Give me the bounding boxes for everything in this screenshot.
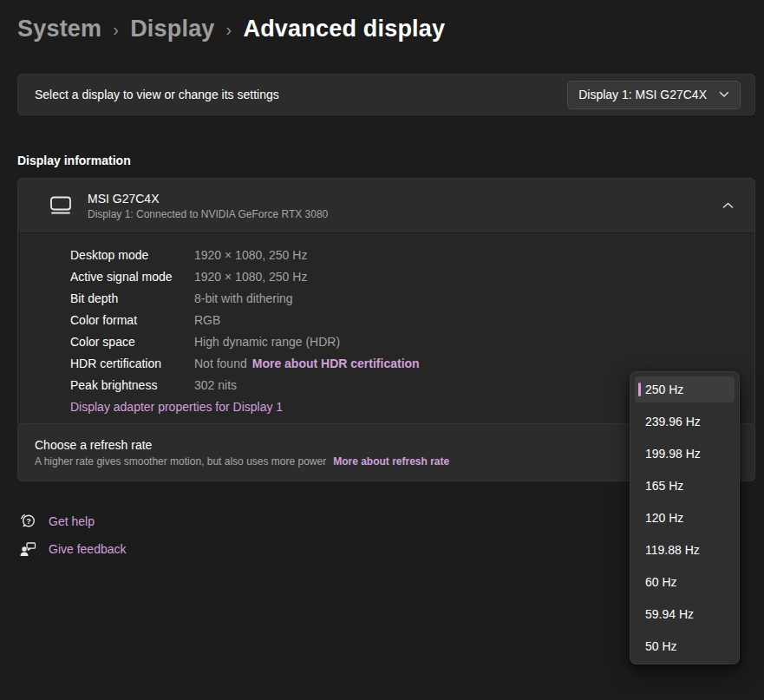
info-label: Desktop mode [70,248,194,262]
info-label: Bit depth [70,291,194,305]
display-select-dropdown[interactable]: Display 1: MSI G27C4X [567,81,741,109]
info-label: Color space [70,335,194,349]
option-label: 239.96 Hz [645,415,701,429]
option-label: 50 Hz [645,639,677,653]
option-label: 119.88 Hz [645,543,700,557]
get-help-row: ? Get help [19,508,95,534]
breadcrumb-system[interactable]: System [17,16,101,43]
chevron-down-icon [719,91,729,98]
info-label: Peak brightness [70,378,194,392]
info-label: Color format [70,313,194,327]
info-row-active-signal-mode: Active signal mode 1920 × 1080, 250 Hz [70,265,754,287]
advanced-display-settings-page: System › Display › Advanced display Sele… [0,0,764,700]
refresh-rate-flyout: 250 Hz 239.96 Hz 199.98 Hz 165 Hz 120 Hz… [630,371,740,664]
refresh-rate-option-59-94[interactable]: 59.94 Hz [635,601,735,627]
display-information-expander-header[interactable]: MSI G27C4X Display 1: Connected to NVIDI… [18,179,754,232]
display-information-heading: Display information [17,154,131,167]
info-row-desktop-mode: Desktop mode 1920 × 1080, 250 Hz [70,244,754,265]
info-value: RGB [194,313,220,327]
info-value: 1920 × 1080, 250 Hz [194,270,307,284]
refresh-rate-option-250[interactable]: 250 Hz [635,376,735,402]
refresh-rate-option-199-98[interactable]: 199.98 Hz [635,441,735,467]
breadcrumb-separator-icon: › [113,18,119,40]
info-value: 8-bit with dithering [194,291,293,305]
get-help-icon: ? [19,513,36,530]
option-label: 60 Hz [645,575,677,589]
give-feedback-icon [19,540,36,558]
option-label: 165 Hz [645,479,683,493]
info-row-color-space: Color space High dynamic range (HDR) [70,330,754,352]
selected-indicator-pill [638,383,641,396]
give-feedback-row: Give feedback [19,536,127,562]
info-row-color-format: Color format RGB [70,309,754,330]
option-label: 120 Hz [645,511,683,525]
refresh-rate-option-60[interactable]: 60 Hz [635,569,735,595]
give-feedback-link[interactable]: Give feedback [49,542,127,556]
svg-text:?: ? [26,517,31,526]
display-selector-label: Select a display to view or change its s… [35,88,279,101]
option-label: 59.94 Hz [645,607,694,621]
breadcrumb: System › Display › Advanced display [17,16,445,43]
display-selector-card: Select a display to view or change its s… [17,74,755,115]
breadcrumb-display[interactable]: Display [130,16,214,43]
display-adapter-properties-link[interactable]: Display adapter properties for Display 1 [70,400,283,414]
page-title: Advanced display [243,16,445,43]
display-select-value: Display 1: MSI G27C4X [578,88,707,101]
monitor-icon [49,195,72,216]
info-label: HDR certification [70,357,194,370]
more-about-refresh-rate-link[interactable]: More about refresh rate [333,455,449,468]
refresh-rate-option-120[interactable]: 120 Hz [635,505,735,531]
info-label: Active signal mode [70,270,194,284]
info-value: 302 nits [194,378,237,392]
refresh-rate-subtitle: A higher rate gives smoother motion, but… [35,455,326,468]
info-value: Not found [194,357,247,370]
refresh-rate-option-50[interactable]: 50 Hz [635,633,735,659]
info-row-bit-depth: Bit depth 8-bit with dithering [70,287,754,309]
info-value: High dynamic range (HDR) [194,335,340,349]
info-value: 1920 × 1080, 250 Hz [194,248,307,262]
option-label: 250 Hz [645,383,683,396]
refresh-rate-option-165[interactable]: 165 Hz [635,473,735,499]
monitor-connection-info: Display 1: Connected to NVIDIA GeForce R… [88,208,328,220]
get-help-link[interactable]: Get help [49,514,95,528]
option-label: 199.98 Hz [645,447,701,461]
monitor-title-block: MSI G27C4X Display 1: Connected to NVIDI… [88,192,328,220]
hdr-certification-link[interactable]: More about HDR certification [252,357,420,370]
monitor-name: MSI G27C4X [88,192,328,206]
refresh-rate-option-239-96[interactable]: 239.96 Hz [635,409,735,435]
breadcrumb-separator-icon: › [226,18,232,40]
chevron-up-icon[interactable] [722,202,734,209]
refresh-rate-option-119-88[interactable]: 119.88 Hz [635,537,735,563]
